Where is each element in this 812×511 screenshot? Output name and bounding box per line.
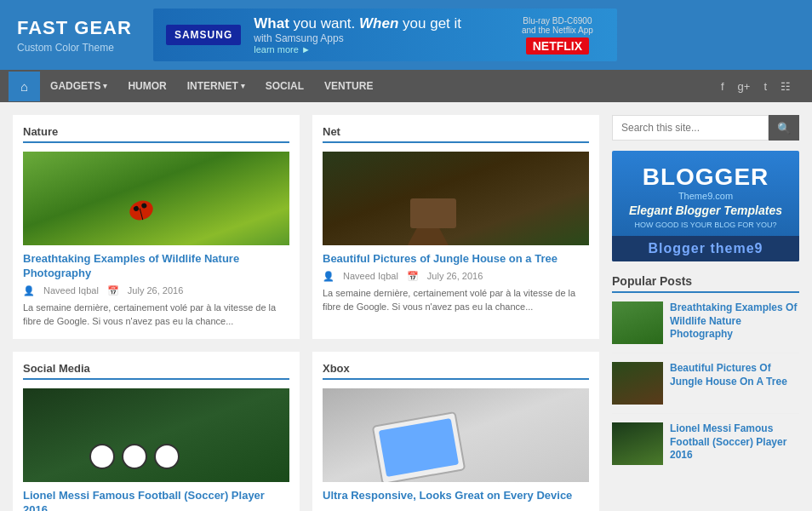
social-media-article-title[interactable]: Lionel Messi Famous Football (Soccer) Pl… xyxy=(23,489,289,511)
popular-item-1[interactable]: Breathtaking Examples Of Wildlife Nature… xyxy=(612,301,799,353)
social-icons-nav: f g+ t ☷ xyxy=(717,78,803,95)
social-media-section-title: Social Media xyxy=(23,362,289,380)
search-button[interactable]: 🔍 xyxy=(769,115,799,141)
popular-item-title-2: Beautiful Pictures Of Jungle House On A … xyxy=(670,362,799,405)
popular-item-title-1: Breathtaking Examples Of Wildlife Nature… xyxy=(670,301,799,344)
ad-text: What you want. When you get it with Sams… xyxy=(254,15,511,55)
navbar: ⌂ GADGETS ▾ HUMOR INTERNET ▾ SOCIAL VENT… xyxy=(0,70,812,102)
nav-internet[interactable]: INTERNET ▾ xyxy=(177,72,255,100)
content-area: Nature Breathtaking Examples of Wildlife… xyxy=(13,115,599,511)
nature-section: Nature Breathtaking Examples of Wildlife… xyxy=(13,115,300,339)
samsung-logo: SAMSUNG xyxy=(166,25,241,45)
xbox-section-title: Xbox xyxy=(323,362,589,380)
nature-article-meta: 👤 Naveed Iqbal 📅 July 26, 2016 xyxy=(23,285,289,296)
header-ad: SAMSUNG What you want. When you get it w… xyxy=(153,9,617,61)
net-section: Net Beautiful Pictures of Jungle House o… xyxy=(312,115,599,339)
netflix-logo: NETFLIX xyxy=(526,37,589,55)
xbox-article-title[interactable]: Ultra Responsive, Looks Great on Every D… xyxy=(323,489,589,503)
nature-section-title: Nature xyxy=(23,125,289,143)
ad-you-want: you want. xyxy=(294,15,360,32)
googleplus-icon[interactable]: g+ xyxy=(734,78,755,95)
row-2: Social Media Lionel Messi Famous Footbal… xyxy=(13,352,599,511)
logo-subtitle: Custom Color Theme xyxy=(17,42,132,54)
search-input[interactable] xyxy=(612,115,769,141)
social-media-section: Social Media Lionel Messi Famous Footbal… xyxy=(13,352,300,511)
net-excerpt: La semaine dernière, certainement volé p… xyxy=(323,286,589,314)
nature-excerpt: La semaine dernière, certainement volé p… xyxy=(23,301,289,329)
popular-item-3[interactable]: Lionel Messi Famous Football (Soccer) Pl… xyxy=(612,422,799,465)
blogger-title: BLOGGER xyxy=(620,164,791,191)
nav-gadgets[interactable]: GADGETS ▾ xyxy=(40,72,117,100)
nature-date: July 26, 2016 xyxy=(128,285,183,296)
search-area: 🔍 xyxy=(612,115,799,141)
net-author: Naveed Iqbal xyxy=(343,271,398,282)
ad-what: What xyxy=(254,15,289,32)
net-article-meta: 👤 Naveed Iqbal 📅 July 26, 2016 xyxy=(323,271,589,282)
popular-posts-section: Popular Posts Breathtaking Examples Of W… xyxy=(612,274,799,465)
header: FAST GEAR Custom Color Theme SAMSUNG Wha… xyxy=(0,0,812,70)
ad-subtext: with Samsung Apps xyxy=(254,32,511,44)
nav-social[interactable]: SOCIAL xyxy=(255,72,314,100)
xbox-section: Xbox Ultra Responsive, Looks Great on Ev… xyxy=(312,352,599,511)
blogger-ad[interactable]: BLOGGER Theme9.com Elegant Blogger Templ… xyxy=(612,151,799,261)
home-icon: ⌂ xyxy=(20,79,28,94)
net-section-title: Net xyxy=(323,125,589,143)
netflix-area: Blu-ray BD-C6900 and the Netflix App NET… xyxy=(511,16,604,55)
popular-item-2[interactable]: Beautiful Pictures Of Jungle House On A … xyxy=(612,362,799,414)
main-container: Nature Breathtaking Examples of Wildlife… xyxy=(0,102,812,511)
blogger-domain: Theme9.com xyxy=(620,191,791,201)
social-media-article-image[interactable] xyxy=(23,388,289,482)
calendar-icon-2: 📅 xyxy=(407,271,419,282)
popular-thumb-1 xyxy=(612,301,663,344)
popular-posts-title: Popular Posts xyxy=(612,274,799,293)
author-icon: 👤 xyxy=(23,285,35,296)
author-icon-2: 👤 xyxy=(323,271,335,282)
twitter-icon[interactable]: t xyxy=(759,78,771,95)
sidebar: 🔍 BLOGGER Theme9.com Elegant Blogger Tem… xyxy=(612,115,799,511)
net-article-title[interactable]: Beautiful Pictures of Jungle House on a … xyxy=(323,252,589,267)
popular-item-title-3: Lionel Messi Famous Football (Soccer) Pl… xyxy=(670,422,799,465)
blogger-bottom: Blogger theme9 xyxy=(612,236,799,261)
logo-area: FAST GEAR Custom Color Theme xyxy=(17,17,132,54)
popular-thumb-2 xyxy=(612,362,663,405)
blogger-question: HOW GOOD IS YOUR BLOG FOR YOU? xyxy=(620,221,791,229)
ad-you-get: you get it xyxy=(403,15,461,32)
nav-venture[interactable]: VENTURE xyxy=(314,72,383,100)
nature-author: Naveed Iqbal xyxy=(43,285,99,296)
row-1: Nature Breathtaking Examples of Wildlife… xyxy=(13,115,599,339)
chevron-down-icon-2: ▾ xyxy=(241,82,245,90)
netflix-line1: Blu-ray BD-C6900 xyxy=(511,16,604,26)
rss-icon[interactable]: ☷ xyxy=(776,78,795,95)
xbox-article-image[interactable] xyxy=(323,388,589,482)
netflix-line2: and the Netflix App xyxy=(511,26,604,35)
popular-thumb-3 xyxy=(612,422,663,465)
ad-when: When xyxy=(359,15,398,32)
net-date: July 26, 2016 xyxy=(427,271,483,282)
logo-title: FAST GEAR xyxy=(17,17,132,39)
nature-article-image[interactable] xyxy=(23,152,289,245)
ad-learn[interactable]: learn more ► xyxy=(254,44,511,55)
nature-article-title[interactable]: Breathtaking Examples of Wildlife Nature… xyxy=(23,252,289,281)
calendar-icon: 📅 xyxy=(107,285,119,296)
facebook-icon[interactable]: f xyxy=(717,78,729,95)
net-article-image[interactable] xyxy=(323,152,589,245)
nav-humor[interactable]: HUMOR xyxy=(117,72,176,100)
nav-home[interactable]: ⌂ xyxy=(9,72,40,101)
blogger-subtitle: Elegant Blogger Templates xyxy=(620,204,791,217)
chevron-down-icon: ▾ xyxy=(103,82,107,90)
